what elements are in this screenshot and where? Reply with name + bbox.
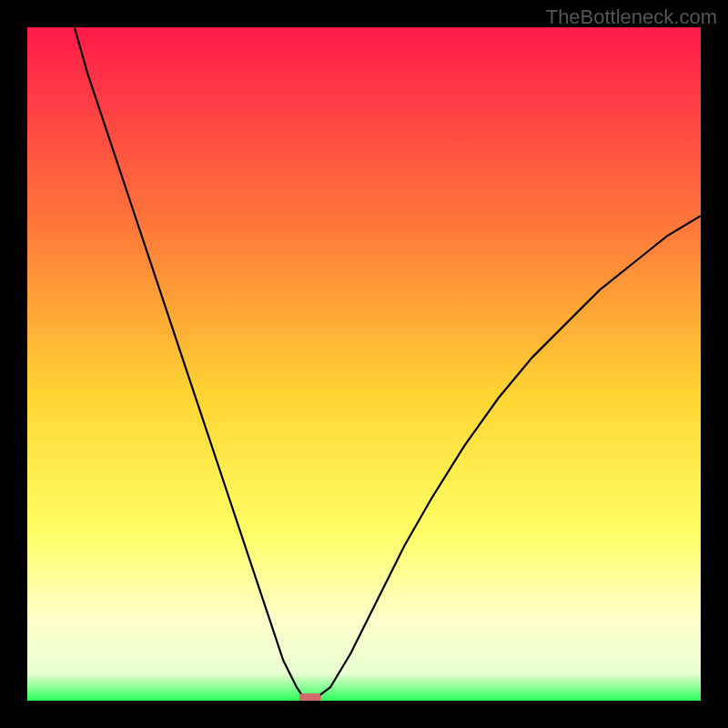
gradient-background bbox=[27, 27, 701, 701]
chart-svg bbox=[27, 27, 701, 701]
plot-area bbox=[27, 27, 701, 701]
min-marker bbox=[299, 693, 321, 701]
chart-container: TheBottleneck.com bbox=[0, 0, 728, 728]
watermark-text: TheBottleneck.com bbox=[546, 5, 717, 29]
